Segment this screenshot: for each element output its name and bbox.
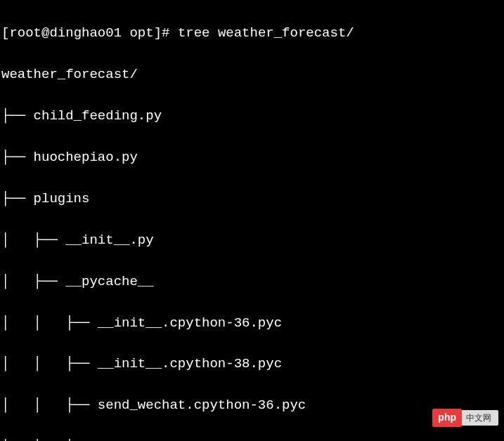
tree-filename: send_wechat.cpython-36.pyc bbox=[98, 397, 306, 413]
watermark: php 中文网 bbox=[432, 409, 498, 427]
tree-entry: ├── plugins bbox=[1, 189, 503, 209]
tree-entry: │ ├── __init__.py bbox=[1, 230, 503, 251]
tree-root: weather_forecast/ bbox=[1, 65, 503, 85]
tree-filename: huochepiao.py bbox=[34, 150, 138, 165]
tree-prefix: ├── bbox=[1, 191, 34, 206]
command-prompt-line: [root@dinghao01 opt]# tree weather_forec… bbox=[1, 23, 503, 44]
tree-dirname: __pycache__ bbox=[65, 274, 153, 289]
tree-filename: __init__.py bbox=[65, 232, 153, 248]
tree-entry: ├── huochepiao.py bbox=[1, 147, 503, 168]
tree-prefix: │ │ ├── bbox=[1, 356, 98, 371]
tree-prefix: │ │ ├── bbox=[1, 315, 98, 331]
tree-filename: child_feeding.py bbox=[34, 108, 162, 124]
tree-dirname: plugins bbox=[34, 191, 90, 206]
prompt-symbol: # bbox=[162, 25, 169, 41]
tree-entry: │ │ ├── trend_chart.cpython-36.pyc bbox=[1, 437, 503, 441]
watermark-brand: php bbox=[432, 409, 462, 427]
prompt-user: root bbox=[9, 25, 41, 41]
tree-entry: │ │ ├── __init__.cpython-38.pyc bbox=[1, 354, 503, 374]
tree-filename: __init__.cpython-36.pyc bbox=[98, 315, 282, 331]
tree-entry: │ ├── __pycache__ bbox=[1, 272, 503, 292]
tree-entry: ├── child_feeding.py bbox=[1, 106, 503, 126]
tree-entry: │ │ ├── __init__.cpython-36.pyc bbox=[1, 313, 503, 334]
tree-filename: __init__.cpython-38.pyc bbox=[98, 356, 282, 371]
tree-prefix: ├── bbox=[1, 108, 34, 124]
tree-entry: │ │ ├── send_wechat.cpython-36.pyc bbox=[1, 395, 503, 416]
terminal-output: [root@dinghao01 opt]# tree weather_forec… bbox=[1, 3, 503, 441]
tree-prefix: │ ├── bbox=[1, 232, 65, 248]
tree-prefix: ├── bbox=[1, 150, 34, 165]
prompt-host: dinghao01 bbox=[49, 25, 122, 41]
command-text: tree weather_forecast/ bbox=[178, 25, 354, 41]
watermark-tail: 中文网 bbox=[462, 410, 498, 426]
tree-prefix: │ ├── bbox=[1, 274, 65, 289]
tree-prefix: │ │ ├── bbox=[1, 397, 98, 413]
prompt-cwd: opt bbox=[129, 25, 153, 41]
